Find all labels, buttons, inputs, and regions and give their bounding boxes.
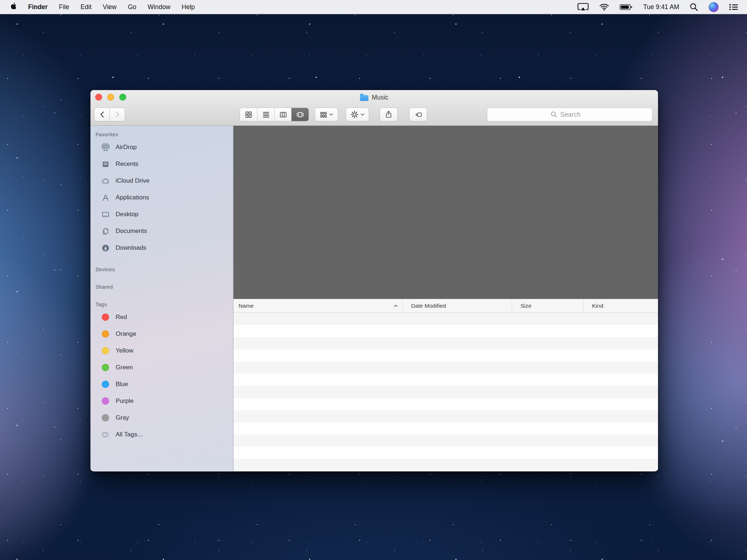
sidebar-item-airdrop[interactable]: AirDrop: [90, 139, 233, 156]
list-view-button[interactable]: [257, 108, 274, 121]
action-button[interactable]: [346, 108, 369, 121]
sidebar-item-desktop[interactable]: Desktop: [90, 206, 233, 223]
title-bar: Music: [90, 90, 658, 126]
toolbar: [90, 105, 658, 126]
alltags-icon: [101, 430, 110, 439]
sidebar-item-recents[interactable]: Recents: [90, 156, 233, 172]
tag-color-dot: [102, 347, 109, 354]
menu-view[interactable]: View: [103, 3, 117, 11]
menu-help[interactable]: Help: [182, 3, 195, 11]
gallery-view-icon: [296, 111, 304, 118]
battery-icon[interactable]: [620, 4, 632, 10]
icon-view-button[interactable]: [240, 108, 257, 121]
content-area: NameDate ModifiedSizeKind: [233, 126, 658, 471]
sidebar-item-green[interactable]: Green: [90, 359, 233, 376]
menu-finder[interactable]: Finder: [28, 3, 47, 11]
chevron-right-icon: [115, 111, 120, 118]
sidebar-item-label: Purple: [116, 397, 133, 405]
zoom-button[interactable]: [119, 94, 126, 101]
column-header-date-modified[interactable]: Date Modified: [403, 299, 512, 312]
sidebar-item-label: Blue: [116, 381, 128, 388]
apple-logo-icon: [11, 3, 17, 11]
sidebar-section-label: Tags: [90, 302, 233, 309]
column-header-label: Name: [239, 303, 253, 309]
list-rows: [233, 313, 658, 471]
sidebar-item-red[interactable]: Red: [90, 309, 233, 326]
tag-color-dot: [102, 381, 109, 388]
window-body: FavoritesAirDropRecentsiCloud DriveAppli…: [90, 126, 658, 471]
title-row: Music: [90, 90, 658, 105]
tag-color-dot: [102, 314, 109, 321]
tag-circle-icon: [101, 380, 110, 389]
column-header-label: Date Modified: [411, 303, 446, 309]
sidebar-item-all-tags[interactable]: All Tags...: [90, 426, 233, 443]
apple-menu[interactable]: [11, 3, 17, 11]
column-view-icon: [279, 111, 287, 118]
list-row: [233, 313, 658, 325]
column-header-kind[interactable]: Kind: [584, 299, 658, 312]
chevron-down-icon: [329, 113, 333, 116]
back-button[interactable]: [94, 108, 110, 121]
sidebar-item-label: Red: [116, 314, 127, 321]
sidebar-item-downloads[interactable]: Downloads: [90, 240, 233, 256]
menu-bar-clock[interactable]: Tue 9:41 AM: [643, 3, 679, 11]
gallery-view-button[interactable]: [291, 108, 309, 121]
forward-button[interactable]: [109, 108, 125, 121]
airplay-icon[interactable]: [577, 3, 589, 11]
tag-circle-icon: [101, 313, 110, 322]
sidebar-item-label: Recents: [116, 160, 138, 168]
list-row: [233, 423, 658, 435]
tag-color-dot: [102, 397, 109, 405]
tag-button[interactable]: [409, 108, 427, 121]
sidebar-item-gray[interactable]: Gray: [90, 409, 233, 426]
wifi-icon[interactable]: [599, 3, 609, 11]
column-header-size[interactable]: Size: [512, 299, 584, 312]
sidebar-section-shared: Shared: [90, 284, 233, 291]
menu-window[interactable]: Window: [148, 3, 170, 11]
gear-icon: [351, 110, 359, 118]
search-field[interactable]: [487, 108, 653, 121]
siri-icon[interactable]: [709, 2, 719, 12]
menu-edit[interactable]: Edit: [81, 3, 92, 11]
list-row: [233, 447, 658, 459]
sidebar-item-label: Gray: [116, 414, 129, 421]
sidebar-item-documents[interactable]: Documents: [90, 223, 233, 240]
tag-icon: [414, 111, 422, 118]
menu-items: FinderFileEditViewGoWindowHelp: [11, 3, 195, 11]
sidebar-item-label: Green: [116, 364, 133, 371]
group-icon: [320, 111, 327, 118]
sidebar-section-devices: Devices: [90, 267, 233, 274]
notification-center-icon[interactable]: [729, 4, 738, 11]
column-header-label: Kind: [592, 303, 603, 309]
share-button[interactable]: [380, 108, 398, 121]
sidebar-item-purple[interactable]: Purple: [90, 393, 233, 409]
chevron-left-icon: [100, 111, 104, 118]
sidebar-item-orange[interactable]: Orange: [90, 326, 233, 342]
list-header: NameDate ModifiedSizeKind: [233, 299, 658, 313]
minimize-button[interactable]: [107, 94, 114, 101]
sort-ascending-icon: [394, 304, 398, 307]
list-row: [233, 459, 658, 471]
list-row: [233, 362, 658, 374]
close-button[interactable]: [95, 94, 102, 101]
sidebar-item-yellow[interactable]: Yellow: [90, 342, 233, 359]
column-header-name[interactable]: Name: [233, 299, 403, 312]
sidebar-item-icloud-drive[interactable]: iCloud Drive: [90, 172, 233, 189]
column-view-button[interactable]: [274, 108, 291, 121]
spotlight-icon[interactable]: [690, 3, 698, 11]
sidebar-section-label: Favorites: [90, 132, 233, 139]
sidebar-item-label: Downloads: [116, 244, 146, 252]
folder-icon: [360, 95, 368, 101]
chevron-down-icon: [361, 113, 364, 116]
group-button[interactable]: [315, 108, 338, 121]
menu-file[interactable]: File: [59, 3, 69, 11]
airdrop-icon: [101, 143, 110, 152]
sidebar-item-label: Desktop: [116, 211, 138, 218]
sidebar-item-blue[interactable]: Blue: [90, 376, 233, 393]
menu-go[interactable]: Go: [128, 3, 136, 11]
search-input[interactable]: [560, 111, 589, 118]
sidebar-item-label: Applications: [116, 194, 149, 201]
menu-bar-status: Tue 9:41 AM: [577, 2, 747, 12]
sidebar-item-applications[interactable]: Applications: [90, 189, 233, 206]
recents-icon: [101, 160, 110, 168]
